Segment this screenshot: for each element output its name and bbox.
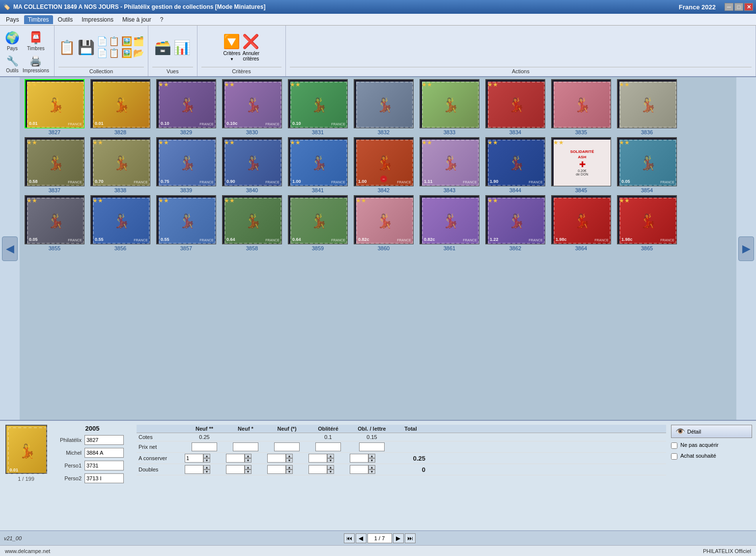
stamp-wrapper-3857[interactable]: ★★ 💃0.55FRANCE [156, 195, 216, 244]
stamp-3844[interactable]: ★★ 💃1.90FRANCE 3844 [483, 137, 547, 193]
stamp-wrapper-3860[interactable]: ★★ 💃0.82cFRANCE [354, 195, 414, 244]
menu-pays[interactable]: Pays [2, 15, 23, 24]
stamp-wrapper-3862[interactable]: ★★ 💃1.22FRANCE [485, 195, 545, 244]
philatelix-input[interactable] [84, 435, 124, 445]
stamp-3829[interactable]: ★★ 💃0.10FRANCE 3829 [154, 79, 218, 135]
tb-img3[interactable]: 🖼️ [121, 48, 132, 59]
doubles-neuf1-spin[interactable]: ▲▼ [245, 465, 252, 474]
stamp-wrapper-3832[interactable]: 💃 [354, 79, 414, 128]
stamp-3861[interactable]: 💃0.82cFRANCE 3861 [418, 195, 481, 251]
stamp-wrapper-3837[interactable]: ★★ 💃0.58FRANCE [25, 137, 84, 186]
michel-input[interactable] [84, 448, 124, 458]
stamp-wrapper-3835[interactable]: 💃 [551, 79, 611, 128]
stamp-3837[interactable]: ★★ 💃0.58FRANCE 3837 [23, 137, 86, 193]
stamp-3845[interactable]: ★★ SOLIDARITÉASH ✚ 0.20€de DON 3845 [549, 137, 613, 193]
tb-view1[interactable]: 🗃️ [154, 39, 171, 56]
stamp-wrapper-3831[interactable]: ★★ 💃0.10FRANCE [288, 79, 348, 128]
doubles-neuf2-input[interactable] [185, 465, 203, 474]
stamp-3854[interactable]: ★★ 💃0.05FRANCE 3854 [615, 137, 679, 193]
stamp-3857[interactable]: ★★ 💃0.55FRANCE 3857 [154, 195, 218, 251]
nav-prev-button[interactable]: ◀ [356, 533, 366, 543]
stamp-wrapper-3827[interactable]: ★★ 💃0.01FRANCE [25, 79, 84, 128]
stamp-wrapper-3841[interactable]: ★★ 💃1.00FRANCE [288, 137, 348, 186]
stamp-3856[interactable]: ★★ 💃0.55FRANCE 3856 [88, 195, 152, 251]
stamp-3840[interactable]: ★★ 💃0.90FRANCE 3840 [220, 137, 284, 193]
detail-button[interactable]: 👁️ Détail [671, 425, 752, 438]
stamp-wrapper-3830[interactable]: ★★ 💃0.10cFRANCE [222, 79, 282, 128]
stamp-wrapper-3844[interactable]: ★★ 💃1.90FRANCE [485, 137, 545, 186]
prixnet-oblitere-input[interactable] [315, 442, 341, 451]
tb-img2[interactable]: 🗂️ [133, 36, 144, 47]
nav-next-button[interactable]: ▶ [393, 533, 404, 543]
stamp-wrapper-3845[interactable]: ★★ SOLIDARITÉASH ✚ 0.20€de DON [551, 137, 611, 186]
tb-img1[interactable]: 🖼️ [121, 36, 132, 47]
stamp-3865[interactable]: ★★ 💃1.98cFRANCE 3865 [615, 195, 679, 251]
stamp-3828[interactable]: 💃0.01 3828 [88, 79, 152, 135]
prixnet-obl-lettre-input[interactable] [359, 442, 385, 451]
perso2-input[interactable] [84, 473, 124, 483]
stamp-wrapper-3855[interactable]: ★★ 💃0.05FRANCE [25, 195, 84, 244]
stamp-3830[interactable]: ★★ 💃0.10cFRANCE 3830 [220, 79, 284, 135]
doubles-oblitere-spin[interactable]: ▲▼ [327, 465, 334, 474]
doubles-oblitere-input[interactable] [308, 465, 327, 474]
doubles-neuf0-spin[interactable]: ▲▼ [286, 465, 293, 474]
conserver-oblitere-input[interactable] [308, 454, 327, 463]
stamp-3843[interactable]: ★★ 💃1.11FRANCE 3843 [418, 137, 481, 193]
minimize-button[interactable]: ─ [725, 3, 733, 11]
maximize-button[interactable]: □ [734, 3, 743, 11]
tb-doc2[interactable]: 📋 [109, 36, 119, 47]
stamp-3832[interactable]: 💃 3832 [352, 79, 416, 135]
stamp-wrapper-3833[interactable]: ★★ 💃 [420, 79, 479, 128]
stamp-3834[interactable]: ★★ 💃 3834 [483, 79, 547, 135]
stamp-wrapper-3840[interactable]: ★★ 💃0.90FRANCE [222, 137, 282, 186]
stamp-wrapper-3858[interactable]: ★★ 💃0.64FRANCE [222, 195, 282, 244]
conserver-obl-lettre-spin[interactable]: ▲▼ [368, 454, 375, 463]
stamp-wrapper-3839[interactable]: ★★ 💃0.75FRANCE [156, 137, 216, 186]
stamp-wrapper-3843[interactable]: ★★ 💃1.11FRANCE [420, 137, 479, 186]
toolbar-outils-button[interactable]: 🔧 Outils [5, 54, 20, 74]
menu-help[interactable]: ? [156, 15, 168, 24]
tb-view2[interactable]: 📊 [173, 39, 191, 56]
prev-page-arrow[interactable]: ◀ [2, 236, 18, 261]
stamp-wrapper-3859[interactable]: 💃0.64FRANCE [288, 195, 348, 244]
stamp-3839[interactable]: ★★ 💃0.75FRANCE 3839 [154, 137, 218, 193]
stamp-3859[interactable]: 💃0.64FRANCE 3859 [286, 195, 350, 251]
stamp-wrapper-3864[interactable]: 💃1.98cFRANCE [551, 195, 611, 244]
menu-outils[interactable]: Outils [54, 15, 77, 24]
tb-save[interactable]: 💾 [78, 39, 95, 56]
tb-doc1[interactable]: 📄 [97, 36, 108, 47]
conserver-neuf2-input[interactable] [185, 454, 203, 463]
menu-miseajour[interactable]: Mise à jour [118, 15, 155, 24]
prixnet-neuf1-input[interactable] [233, 442, 258, 451]
toolbar-pays-button[interactable]: 🌍 Pays [4, 30, 21, 52]
toolbar-impressions-button[interactable]: 🖨️ Impressions [22, 54, 50, 74]
next-page-arrow[interactable]: ▶ [738, 236, 754, 261]
doubles-obl-lettre-spin[interactable]: ▲▼ [368, 465, 375, 474]
menu-impressions[interactable]: Impressions [78, 15, 117, 24]
stamp-wrapper-3854[interactable]: ★★ 💃0.05FRANCE [617, 137, 677, 186]
stamp-3855[interactable]: ★★ 💃0.05FRANCE 3855 [23, 195, 86, 251]
prixnet-neuf0-input[interactable] [274, 442, 300, 451]
doubles-neuf0-input[interactable] [267, 465, 286, 474]
conserver-neuf2-spin[interactable]: ▲▼ [203, 454, 210, 463]
stamp-wrapper-3838[interactable]: ★★ 💃0.70FRANCE [90, 137, 150, 186]
conserver-obl-lettre-input[interactable] [350, 454, 368, 463]
conserver-neuf1-spin[interactable]: ▲▼ [245, 454, 252, 463]
conserver-neuf1-input[interactable] [226, 454, 245, 463]
stamp-3836[interactable]: ★★ 💃 3836 [615, 79, 679, 135]
stamp-3831[interactable]: ★★ 💃0.10FRANCE 3831 [286, 79, 350, 135]
doubles-neuf2-spin[interactable]: ▲▼ [203, 465, 210, 474]
close-button[interactable]: ✕ [744, 3, 753, 11]
nav-page-input[interactable] [367, 533, 392, 543]
toolbar-timbres-button[interactable]: 📮 Timbres [26, 30, 46, 52]
stamp-wrapper-3836[interactable]: ★★ 💃 [617, 79, 677, 128]
doubles-neuf1-input[interactable] [226, 465, 245, 474]
tb-new-doc[interactable]: 📋 [58, 39, 76, 56]
stamp-3864[interactable]: 💃1.98cFRANCE 3864 [549, 195, 613, 251]
conserver-neuf0-spin[interactable]: ▲▼ [286, 454, 293, 463]
stamp-wrapper-3856[interactable]: ★★ 💃0.55FRANCE [90, 195, 150, 244]
nav-first-button[interactable]: ⏮ [344, 533, 355, 543]
conserver-neuf0-input[interactable] [267, 454, 286, 463]
stamp-wrapper-3865[interactable]: ★★ 💃1.98cFRANCE [617, 195, 677, 244]
tb-doc3[interactable]: 📄 [97, 48, 108, 59]
